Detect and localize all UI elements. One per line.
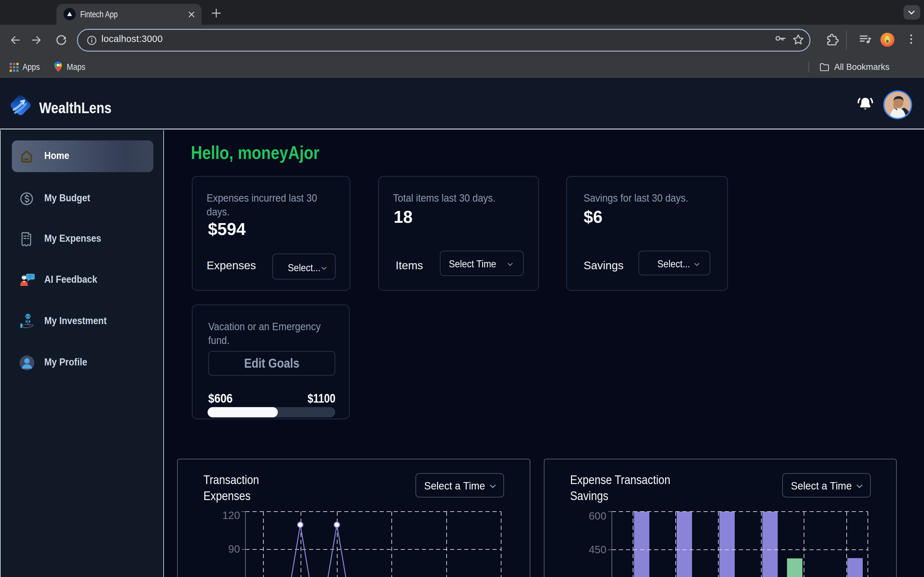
svg-text:$: $ — [27, 314, 29, 319]
svg-text:120: 120 — [222, 509, 240, 521]
svg-text:90: 90 — [228, 543, 240, 555]
svg-text:450: 450 — [589, 544, 606, 556]
svg-text:600: 600 — [589, 510, 606, 522]
